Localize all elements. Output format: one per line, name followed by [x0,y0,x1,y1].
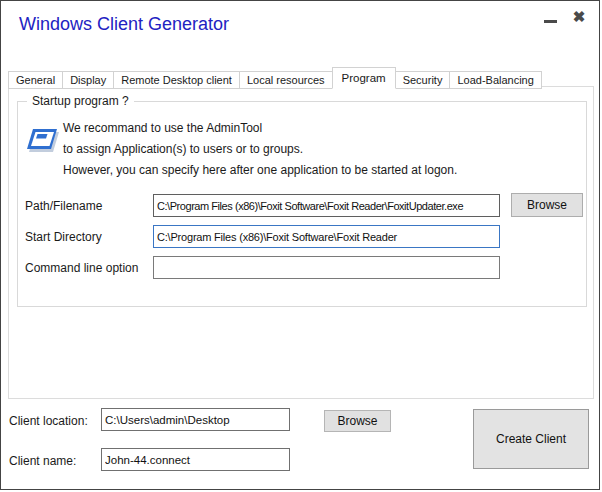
startup-program-groupbox: Startup program ? We recommand to use th… [17,101,587,307]
start-directory-label: Start Directory [25,230,102,244]
tab-program[interactable]: Program [332,67,396,89]
path-filename-input[interactable] [153,194,500,217]
info-line-1: We recommand to use the AdminTool [63,121,262,135]
browse-path-button[interactable]: Browse [511,193,583,217]
close-button[interactable]: ✖ [569,7,589,27]
start-directory-input[interactable] [153,225,500,248]
command-line-option-label: Command line option [25,261,138,275]
window-title: Windows Client Generator [19,14,229,35]
tab-local-resources[interactable]: Local resources [239,71,333,89]
client-location-input[interactable] [101,408,290,431]
tab-security[interactable]: Security [395,71,451,89]
close-icon: ✖ [573,8,586,26]
tab-general[interactable]: General [8,71,63,89]
tab-remote-desktop-client[interactable]: Remote Desktop client [113,71,240,89]
application-window-icon [24,124,62,162]
path-filename-label: Path/Filename [25,199,102,213]
minimize-icon [544,20,557,23]
browse-client-location-button[interactable]: Browse [324,410,391,432]
command-line-option-input[interactable] [153,256,500,279]
client-generator-window: Windows Client Generator ✖ General Displ… [0,0,600,490]
create-client-button[interactable]: Create Client [473,409,589,469]
groupbox-title: Startup program ? [27,94,134,108]
window-controls: ✖ [540,7,589,27]
info-line-2: to assign Application(s) to users or to … [63,142,303,156]
tab-display[interactable]: Display [62,71,114,89]
info-line-3: However, you can specify here after one … [63,163,457,177]
tab-strip: General Display Remote Desktop client Lo… [8,67,542,89]
tab-load-balancing[interactable]: Load-Balancing [449,71,541,89]
client-name-label: Client name: [9,454,76,468]
client-location-label: Client location: [9,414,88,428]
minimize-button[interactable] [540,7,560,27]
program-tab-panel: Startup program ? We recommand to use th… [8,86,594,399]
client-name-input[interactable] [101,448,290,471]
